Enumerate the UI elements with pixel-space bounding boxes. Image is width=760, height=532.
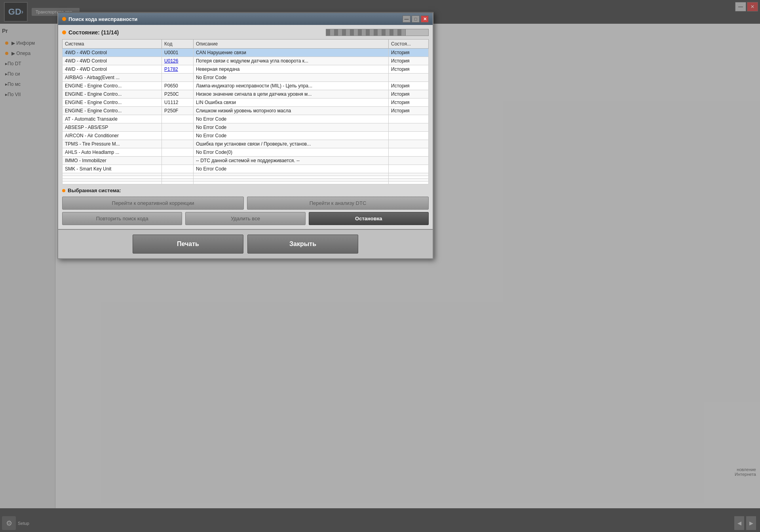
table-row[interactable]: TPMS - Tire Pressure M...Ошибка при уста… — [63, 140, 429, 148]
cell-description: CAN Нарушение связи — [193, 49, 388, 57]
cell-system: 4WD - 4WD Control — [63, 65, 162, 74]
cell-code — [162, 179, 194, 182]
cell-status — [389, 176, 429, 179]
modal-minimize-btn[interactable]: — — [403, 15, 410, 23]
cell-status: История — [389, 90, 429, 98]
cell-system: ENGINE - Engine Contro... — [63, 90, 162, 98]
cell-description: No Error Code — [193, 132, 388, 140]
cell-description — [193, 173, 388, 176]
table-row[interactable]: AIRCON - Air ConditionerNo Error Code — [63, 132, 429, 140]
cell-code — [162, 148, 194, 157]
col-code: Код — [162, 40, 194, 49]
cell-code: P1782 — [162, 65, 194, 74]
cell-description: Неверная передача — [193, 65, 388, 74]
table-row[interactable]: AIRBAG - Airbag(Event ...No Error Code — [63, 74, 429, 82]
cell-description: -- DTC данной системой не поддерживается… — [193, 157, 388, 165]
cell-status — [389, 179, 429, 182]
cell-status — [389, 132, 429, 140]
table-row[interactable] — [63, 176, 429, 179]
cell-system: AT - Automatic Transaxle — [63, 115, 162, 123]
cell-system: ENGINE - Engine Contro... — [63, 82, 162, 90]
modal-bottom-buttons[interactable]: Печать Закрыть — [58, 229, 433, 258]
cell-system: ENGINE - Engine Contro... — [63, 98, 162, 107]
cell-code — [162, 74, 194, 82]
cell-system — [63, 176, 162, 179]
cell-description: No Error Code — [193, 123, 388, 132]
cell-description: LIN Ошибка связи — [193, 98, 388, 107]
action-buttons-row1[interactable]: Перейти к оперативной коррекции Перейти … — [62, 197, 429, 210]
table-row[interactable]: ENGINE - Engine Contro...P250FСлишком ни… — [63, 107, 429, 115]
table-row[interactable]: AT - Automatic TransaxleNo Error Code — [63, 115, 429, 123]
status-dot-icon — [62, 30, 66, 34]
col-status: Состоя... — [389, 40, 429, 49]
cell-system: AHLS - Auto Headlamp ... — [63, 148, 162, 157]
btn-dtc-analysis[interactable]: Перейти к анализу DTC — [247, 197, 429, 210]
cell-code — [162, 140, 194, 148]
cell-status — [389, 115, 429, 123]
cell-code: U0126 — [162, 57, 194, 65]
modal-body: Состояние: (11/14) Система Код Описание … — [58, 25, 433, 229]
modal-close-btn[interactable]: ✕ — [421, 15, 429, 23]
table-header-row: Система Код Описание Состоя... — [63, 40, 429, 49]
cell-description: Ошибка при установке связи / Проверьте, … — [193, 140, 388, 148]
table-row[interactable]: ABSESP - ABS/ESPNo Error Code — [63, 123, 429, 132]
table-row[interactable]: 4WD - 4WD ControlU0001CAN Нарушение связ… — [63, 49, 429, 57]
btn-delete-all[interactable]: Удалить все — [185, 212, 305, 225]
cell-status: История — [389, 98, 429, 107]
modal-maximize-btn[interactable]: □ — [412, 15, 420, 23]
cell-system: 4WD - 4WD Control — [63, 49, 162, 57]
cell-code: P0650 — [162, 82, 194, 90]
title-dot — [62, 17, 66, 21]
table-row[interactable]: ENGINE - Engine Contro...U1112LIN Ошибка… — [63, 98, 429, 107]
btn-operational-correction[interactable]: Перейти к оперативной коррекции — [62, 197, 244, 210]
cell-code — [162, 182, 194, 184]
cell-status — [389, 74, 429, 82]
progress-bar — [326, 29, 429, 36]
modal-title-area: Поиск кода неисправности — [62, 16, 137, 22]
cell-system: 4WD - 4WD Control — [63, 57, 162, 65]
cell-code: P250F — [162, 107, 194, 115]
table-row[interactable]: SMK - Smart Key UnitNo Error Code — [63, 165, 429, 173]
selected-system-text: Выбранная система: — [68, 187, 121, 193]
table-row[interactable] — [63, 182, 429, 184]
modal-titlebar: Поиск кода неисправности — □ ✕ — [58, 13, 433, 25]
col-system: Система — [63, 40, 162, 49]
cell-description — [193, 176, 388, 179]
btn-print[interactable]: Печать — [133, 235, 243, 254]
status-label: Состояние: (11/14) — [68, 29, 119, 36]
dtc-search-modal: Поиск кода неисправности — □ ✕ Состояние… — [57, 12, 433, 259]
btn-close[interactable]: Закрыть — [247, 235, 358, 254]
cell-status — [389, 165, 429, 173]
cell-system: ABSESP - ABS/ESP — [63, 123, 162, 132]
table-row[interactable]: AHLS - Auto Headlamp ...No Error Code(0) — [63, 148, 429, 157]
btn-stop[interactable]: Остановка — [309, 212, 429, 225]
table-row[interactable]: ENGINE - Engine Contro...P0650Лампа-инди… — [63, 82, 429, 90]
table-row[interactable]: 4WD - 4WD ControlP1782Неверная передачаИ… — [63, 65, 429, 74]
dtc-table: Система Код Описание Состоя... 4WD - 4WD… — [62, 39, 429, 184]
cell-description: No Error Code — [193, 165, 388, 173]
cell-code: P250C — [162, 90, 194, 98]
table-row[interactable]: ENGINE - Engine Contro...P250CНизкое зна… — [63, 90, 429, 98]
cell-system — [63, 179, 162, 182]
cell-system: AIRCON - Air Conditioner — [63, 132, 162, 140]
table-row[interactable] — [63, 179, 429, 182]
modal-window-btns[interactable]: — □ ✕ — [403, 15, 429, 23]
table-row[interactable]: IMMO - Immobilizer-- DTC данной системой… — [63, 157, 429, 165]
cell-code — [162, 173, 194, 176]
cell-description: No Error Code — [193, 74, 388, 82]
cell-code — [162, 115, 194, 123]
cell-code: U0001 — [162, 49, 194, 57]
cell-code — [162, 176, 194, 179]
cell-code — [162, 132, 194, 140]
cell-code — [162, 165, 194, 173]
table-row[interactable] — [63, 173, 429, 176]
cell-code — [162, 123, 194, 132]
btn-repeat-search[interactable]: Повторить поиск кода — [62, 212, 182, 225]
cell-status — [389, 157, 429, 165]
cell-system: TPMS - Tire Pressure M... — [63, 140, 162, 148]
action-buttons-row2[interactable]: Повторить поиск кода Удалить все Останов… — [62, 212, 429, 225]
selected-system-dot — [62, 189, 65, 192]
table-row[interactable]: 4WD - 4WD ControlU0126Потеря связи с мод… — [63, 57, 429, 65]
cell-status — [389, 140, 429, 148]
cell-status: История — [389, 107, 429, 115]
